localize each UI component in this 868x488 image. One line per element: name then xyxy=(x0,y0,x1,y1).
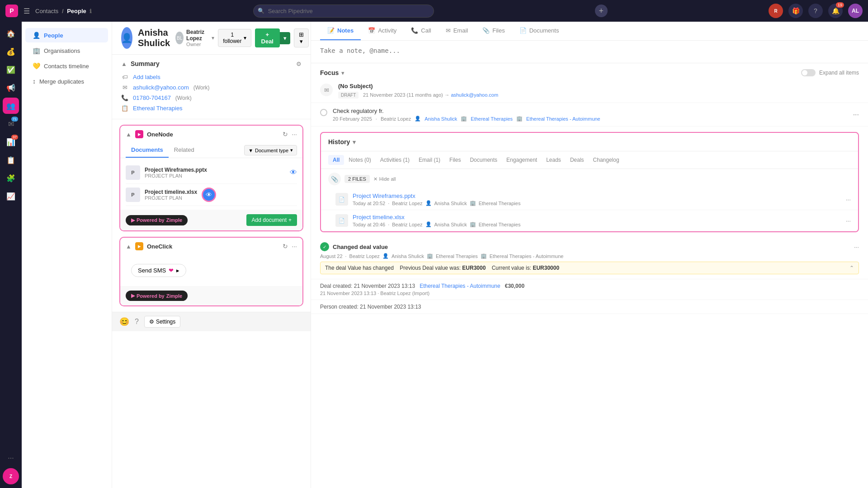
history-tab-email[interactable]: Email (1) xyxy=(414,155,445,165)
add-button[interactable]: + xyxy=(595,5,608,17)
deal-change-more[interactable]: ··· xyxy=(854,244,859,250)
help-icon[interactable]: ? xyxy=(808,4,823,18)
history-tab-documents[interactable]: Documents xyxy=(465,155,502,165)
tab-related[interactable]: Related xyxy=(169,143,200,158)
tab-documents-right[interactable]: 📄 Documents xyxy=(512,22,566,40)
file-view-circle-1[interactable]: 👁 xyxy=(202,188,216,202)
task-org-link[interactable]: Ethereal Therapies xyxy=(471,116,513,122)
history-file-link-1[interactable]: Project timeline.xlsx xyxy=(353,214,405,221)
nav-integrations[interactable]: 🧩 xyxy=(3,170,19,186)
history-tab-notes[interactable]: Notes (0) xyxy=(344,155,375,165)
nav-tasks[interactable]: ✅ xyxy=(3,61,19,78)
notes-tab-label: Notes xyxy=(337,27,354,34)
history-tab-activities[interactable]: Activities (1) xyxy=(376,155,414,165)
activity-tab-label: Activity xyxy=(378,27,396,34)
tab-files[interactable]: 📎 Files xyxy=(475,22,512,40)
onenode-header: ▲ ▶ OneNode ↻ ··· xyxy=(120,126,302,143)
email-link[interactable]: ashulick@yahoo.com xyxy=(133,84,189,91)
tab-activity[interactable]: 📅 Activity xyxy=(361,22,404,40)
owner-dropdown[interactable]: ▾ xyxy=(212,35,214,41)
settings-button[interactable]: ⚙ Settings xyxy=(144,316,180,328)
task-radio[interactable] xyxy=(320,109,327,116)
deal-button-split[interactable]: ▾ xyxy=(280,32,290,44)
history-tab-files[interactable]: Files xyxy=(445,155,465,165)
oneclick-expand-icon[interactable]: ▲ xyxy=(126,243,132,250)
nav-mail[interactable]: ✉ 71 xyxy=(3,116,19,132)
sidebar-item-people[interactable]: 👤 People xyxy=(25,28,108,42)
hist-file-more-0[interactable]: ··· xyxy=(846,196,851,203)
deal-change-date: August 22 xyxy=(320,253,343,259)
task-more-button[interactable]: ··· xyxy=(853,108,859,122)
tab-call[interactable]: 📞 Call xyxy=(404,22,438,40)
hide-all-button[interactable]: ✕ Hide all xyxy=(373,176,396,182)
main-layout: 🏠 💰 ✅ 📢 👥 ✉ 71 📊 37 📋 🧩 📈 ··· Z 👤 People… xyxy=(0,22,868,488)
menu-icon[interactable]: ☰ xyxy=(24,7,30,15)
history-chevron[interactable]: ▾ xyxy=(353,139,356,145)
grid-view-button[interactable]: ⊞ ▾ xyxy=(294,28,309,47)
history-tab-engagement[interactable]: Engagement xyxy=(502,155,542,165)
nav-deals[interactable]: 💰 xyxy=(3,43,19,60)
nav-analytics[interactable]: 📊 37 xyxy=(3,134,19,150)
onenode-more[interactable]: ··· xyxy=(292,131,297,138)
add-document-button[interactable]: Add document + xyxy=(246,214,297,226)
sidebar-label-people: People xyxy=(44,32,63,39)
send-sms-button[interactable]: Send SMS ❤ ▸ xyxy=(131,264,186,277)
oneclick-more[interactable]: ··· xyxy=(292,243,297,250)
history-file-link-0[interactable]: Project Wireframes.pptx xyxy=(353,192,415,199)
smiley-icon[interactable]: 😊 xyxy=(119,317,129,327)
tab-email[interactable]: ✉ Email xyxy=(439,22,476,40)
summary-gear-icon[interactable]: ⚙ xyxy=(296,61,302,67)
sidebar-item-organisations[interactable]: 🏢 Organisations xyxy=(25,43,108,58)
notification-icon[interactable]: 🔔 19 xyxy=(828,4,843,18)
history-tab-leads[interactable]: Leads xyxy=(542,155,566,165)
history-tab-changelog[interactable]: Changelog xyxy=(589,155,624,165)
breadcrumb-people: People xyxy=(67,8,86,14)
nav-campaigns[interactable]: 📢 xyxy=(3,80,19,96)
sidebar-item-timeline[interactable]: 💛 Contacts timeline xyxy=(25,59,108,73)
gift-icon[interactable]: 🎁 xyxy=(788,4,803,18)
nav-zimple[interactable]: Z xyxy=(3,468,19,484)
hist-org-0: Ethereal Therapies xyxy=(479,201,521,206)
user-avatar[interactable]: AL xyxy=(848,4,863,18)
phone-link[interactable]: 01780-704167 xyxy=(133,94,171,101)
follower-dropdown-icon: ▾ xyxy=(244,35,246,41)
note-input[interactable] xyxy=(311,41,868,63)
nav-home[interactable]: 🏠 xyxy=(3,25,19,42)
oneclick-refresh[interactable]: ↻ xyxy=(283,243,288,250)
focus-chevron[interactable]: ▾ xyxy=(341,70,344,76)
deal-button[interactable]: + Deal xyxy=(255,28,280,47)
file-view-0[interactable]: 👁 xyxy=(290,169,297,177)
history-tab-all[interactable]: All xyxy=(328,155,344,165)
sidebar-item-merge[interactable]: ↕ Merge duplicates xyxy=(25,74,108,89)
document-type-filter[interactable]: ▼ Document type ▾ xyxy=(244,145,297,155)
files-count-badge[interactable]: 2 FILES xyxy=(344,175,370,183)
deal-created-link[interactable]: Ethereal Therapies - Autoimmune xyxy=(420,283,500,289)
org-link[interactable]: Ethereal Therapies xyxy=(133,105,183,112)
avatar-small[interactable]: R xyxy=(769,4,783,18)
task-person-link[interactable]: Anisha Shulick xyxy=(425,116,457,122)
hist-file-more-1[interactable]: ··· xyxy=(846,217,851,224)
breadcrumb-contacts[interactable]: Contacts xyxy=(35,8,58,14)
summary-toggle-icon[interactable]: ▲ xyxy=(121,61,127,67)
search-input[interactable] xyxy=(253,5,434,18)
nav-reports[interactable]: 📈 xyxy=(3,188,19,204)
nav-pipeline[interactable]: 📋 xyxy=(3,152,19,168)
expand-toggle-switch[interactable] xyxy=(801,69,816,76)
powered-by-text: Powered by xyxy=(137,217,165,223)
onenode-refresh[interactable]: ↻ xyxy=(283,131,288,138)
nav-more[interactable]: ··· xyxy=(3,450,19,466)
history-tab-deals[interactable]: Deals xyxy=(566,155,589,165)
onenode-expand-icon[interactable]: ▲ xyxy=(126,131,132,138)
tab-documents[interactable]: Documents xyxy=(126,143,169,158)
follower-button[interactable]: 1 follower ▾ xyxy=(218,29,251,47)
task-org2-link[interactable]: Ethereal Therapies - Autoimmune xyxy=(526,116,600,122)
help-bottom-icon[interactable]: ? xyxy=(135,318,139,326)
info-icon: ℹ xyxy=(90,8,92,14)
content-area: 👤 Anisha Shulick BL Beatriz Lopez Owner … xyxy=(112,22,868,488)
nav-contacts[interactable]: 👥 xyxy=(3,98,19,114)
add-labels-link[interactable]: Add labels xyxy=(133,74,160,80)
value-expand-icon[interactable]: ⌃ xyxy=(849,265,854,271)
task-date: 20 February 2025 xyxy=(333,116,372,122)
tab-notes[interactable]: 📝 Notes xyxy=(320,22,361,40)
focus-email-to[interactable]: ashulick@yahoo.com xyxy=(451,92,498,98)
